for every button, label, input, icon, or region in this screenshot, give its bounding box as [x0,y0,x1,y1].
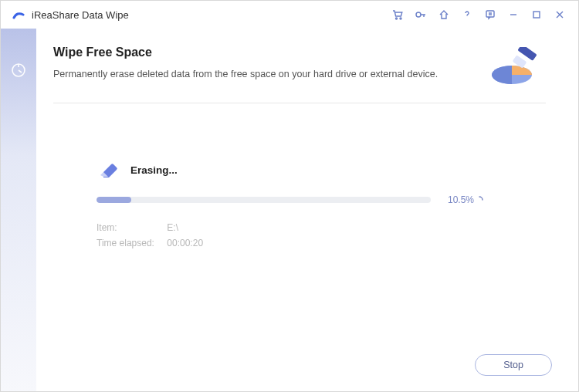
minimize-icon[interactable] [503,4,524,25]
maximize-icon[interactable] [526,4,547,25]
cart-icon[interactable] [387,4,408,25]
item-value: E:\ [167,222,178,233]
app-title: iReaShare Data Wipe [32,9,129,21]
item-label: Item: [96,222,164,233]
progress-fill [96,197,131,203]
svg-rect-4 [533,12,540,18]
page-title: Wipe Free Space [53,46,486,59]
progress-section: Erasing... 10.5% Item: E:\ Time elapsed: [53,161,546,253]
main-panel: Wipe Free Space Permanently erase delete… [36,29,578,391]
progress-percent: 10.5% [448,194,484,205]
svg-point-1 [400,18,401,19]
page-subtitle: Permanently erase deleted data from the … [53,67,486,82]
close-icon[interactable] [549,4,571,25]
item-row: Item: E:\ [96,222,484,233]
titlebar: iReaShare Data Wipe [1,1,578,29]
sidebar [1,29,36,391]
wipe-disk-icon [486,46,546,92]
status-text: Erasing... [130,164,178,176]
home-icon[interactable] [433,4,455,25]
svg-point-2 [416,12,421,17]
key-icon[interactable] [410,4,432,25]
app-logo-icon [12,8,25,22]
time-elapsed-value: 00:00:20 [167,238,203,248]
svg-point-0 [396,18,398,19]
eraser-icon [96,161,121,179]
svg-rect-3 [486,11,494,17]
progress-bar [96,197,431,203]
sidebar-item-wipe-free-space[interactable] [1,52,36,89]
stop-button-label: Stop [503,360,523,370]
header-section: Wipe Free Space Permanently erase delete… [53,46,546,103]
time-elapsed-row: Time elapsed: 00:00:20 [96,238,484,248]
feedback-icon[interactable] [479,4,501,25]
help-icon[interactable] [456,4,478,25]
stop-button[interactable]: Stop [475,354,552,376]
time-elapsed-label: Time elapsed: [96,238,164,248]
progress-percent-text: 10.5% [448,194,474,205]
